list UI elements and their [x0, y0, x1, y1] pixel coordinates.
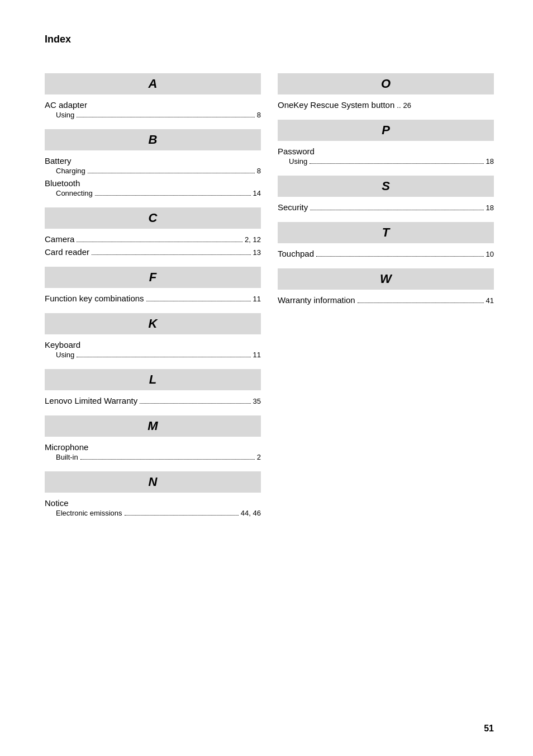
section-header-c: C: [45, 207, 261, 229]
entry-dots: [140, 403, 250, 404]
entry-dots-short: ..: [397, 101, 401, 110]
entry-subitem: Using11: [45, 351, 261, 359]
section-letter: A: [149, 77, 158, 91]
left-column: AAC adapterUsing8BBatteryCharging8Blueto…: [45, 73, 261, 527]
entry-title: Security: [278, 202, 308, 212]
entry-title: Lenovo Limited Warranty: [45, 396, 137, 405]
subitem-page-number: 8: [257, 167, 261, 175]
entry-dots: [92, 254, 250, 255]
entry-subitem: Using18: [278, 157, 494, 166]
section-header-w: W: [278, 268, 494, 290]
subitem-page-number: 11: [253, 351, 261, 359]
section-letter: L: [149, 372, 156, 386]
index-section-a: AAC adapterUsing8: [45, 73, 261, 119]
index-section-p: PPasswordUsing18: [278, 120, 494, 166]
entry-title: Camera: [45, 234, 74, 244]
index-section-f: FFunction key combinations11: [45, 267, 261, 303]
section-header-l: L: [45, 369, 261, 390]
entry-page-number: 10: [486, 250, 494, 258]
entry-subitem: Built-in2: [45, 453, 261, 461]
subitem-page-number: 2: [257, 453, 261, 461]
subitem-dots: [77, 357, 250, 357]
index-section-m: MMicrophoneBuilt-in2: [45, 415, 261, 461]
entry-page-number: 18: [486, 204, 494, 212]
section-header-p: P: [278, 120, 494, 141]
index-section-t: TTouchpad10: [278, 222, 494, 258]
index-entry: Touchpad10: [278, 249, 494, 258]
subitem-dots: [77, 117, 255, 117]
entry-title: Warranty information: [278, 295, 355, 305]
index-columns: AAC adapterUsing8BBatteryCharging8Blueto…: [45, 73, 494, 527]
section-letter: B: [149, 133, 158, 147]
entry-title: Keyboard: [45, 340, 261, 349]
page-title: Index: [45, 34, 494, 45]
subitem-label: Electronic emissions: [56, 509, 122, 517]
subitem-dots: [125, 515, 239, 516]
entry-title: Password: [278, 147, 494, 156]
entry-title: Touchpad: [278, 249, 314, 258]
entry-title: AC adapter: [45, 100, 261, 110]
section-letter: N: [149, 475, 158, 489]
section-header-m: M: [45, 415, 261, 437]
index-section-l: LLenovo Limited Warranty35: [45, 369, 261, 405]
subitem-dots: [310, 163, 483, 164]
entry-title: Notice: [45, 498, 261, 508]
subitem-page-number: 8: [257, 111, 261, 119]
entry-title: Microphone: [45, 442, 261, 452]
entry-title: Bluetooth: [45, 178, 261, 188]
entry-page-number: 13: [253, 248, 261, 257]
section-letter: W: [380, 272, 392, 286]
section-header-a: A: [45, 73, 261, 94]
entry-title: Function key combinations: [45, 294, 144, 303]
section-letter: T: [382, 225, 389, 239]
index-entry: Function key combinations11: [45, 294, 261, 303]
section-header-t: T: [278, 222, 494, 243]
subitem-label: Connecting: [56, 189, 93, 197]
index-section-c: CCamera2, 12Card reader13: [45, 207, 261, 257]
entry-dots: [310, 210, 483, 210]
section-letter: C: [149, 211, 158, 225]
right-column: OOneKey Rescue System button..26PPasswor…: [278, 73, 494, 527]
entry-title: Card reader: [45, 247, 89, 257]
index-entry: Warranty information41: [278, 295, 494, 305]
subitem-dots: [80, 459, 255, 460]
entry-page-number: 11: [253, 295, 261, 303]
index-section-w: WWarranty information41: [278, 268, 494, 305]
subitem-dots: [88, 173, 255, 173]
entry-title: Battery: [45, 156, 261, 166]
section-letter: K: [149, 316, 158, 330]
subitem-page-number: 44, 46: [241, 509, 261, 517]
subitem-label: Using: [289, 157, 307, 166]
entry-dots: [77, 242, 242, 242]
index-section-o: OOneKey Rescue System button..26: [278, 73, 494, 110]
section-header-k: K: [45, 313, 261, 334]
index-entry: OneKey Rescue System button..26: [278, 100, 494, 110]
entry-subitem: Electronic emissions44, 46: [45, 509, 261, 517]
section-header-o: O: [278, 73, 494, 94]
entry-page-number: 35: [253, 397, 261, 405]
entry-dots: [316, 256, 483, 257]
subitem-page-number: 18: [486, 157, 494, 166]
section-header-b: B: [45, 129, 261, 150]
section-letter: P: [382, 123, 390, 137]
entry-page-number: 26: [403, 101, 411, 110]
index-section-s: SSecurity18: [278, 176, 494, 212]
section-letter: S: [382, 179, 390, 193]
entry-subitem: Connecting14: [45, 189, 261, 197]
index-entry: Security18: [278, 202, 494, 212]
subitem-label: Using: [56, 111, 74, 119]
index-entry: Lenovo Limited Warranty35: [45, 396, 261, 405]
page: Index AAC adapterUsing8BBatteryCharging8…: [0, 0, 533, 756]
section-letter: M: [147, 419, 158, 433]
subitem-label: Charging: [56, 167, 85, 175]
entry-page-number: 41: [486, 296, 494, 305]
section-header-f: F: [45, 267, 261, 288]
index-section-n: NNoticeElectronic emissions44, 46: [45, 471, 261, 517]
entry-dots: [358, 303, 484, 303]
section-letter: O: [381, 77, 391, 91]
index-entry: Card reader13: [45, 247, 261, 257]
subitem-label: Using: [56, 351, 74, 359]
page-number: 51: [484, 724, 494, 734]
entry-subitem: Using8: [45, 111, 261, 119]
subitem-page-number: 14: [253, 189, 261, 197]
